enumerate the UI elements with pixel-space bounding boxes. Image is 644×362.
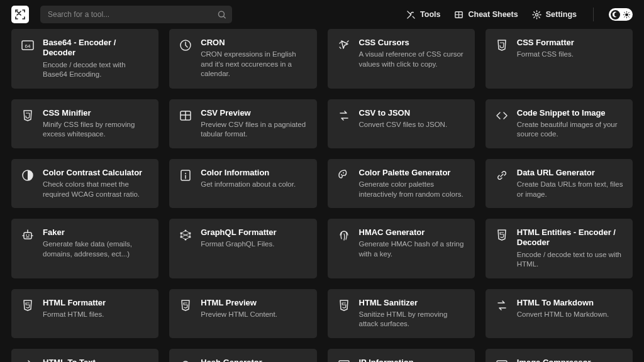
- tool-title: CSV Preview: [201, 108, 308, 118]
- tool-title: CSS Cursors: [359, 38, 466, 48]
- sheets-icon: [454, 10, 464, 19]
- tool-description: Format CSS files.: [517, 50, 624, 60]
- tool-description: Preview CSV files in a pagniated tabular…: [201, 120, 308, 140]
- link-icon: [494, 168, 509, 199]
- nav-tools-label: Tools: [420, 10, 440, 19]
- nav-settings-label: Settings: [546, 10, 577, 19]
- tool-description: Generate fake data (emails, domains, add…: [43, 239, 150, 259]
- image-icon: [494, 358, 509, 362]
- header: Tools Cheat Sheets Settings: [0, 0, 644, 29]
- tool-description: Get information about a color.: [201, 180, 308, 190]
- tool-card[interactable]: CSS MinifierMinify CSS files by removing…: [11, 99, 158, 148]
- tool-title: CSS Formatter: [517, 38, 624, 48]
- b64-icon: [20, 38, 35, 80]
- nav-tools[interactable]: Tools: [405, 8, 441, 22]
- tool-title: CSS Minifier: [43, 108, 150, 118]
- tool-description: A visual reference of CSS cursor values …: [359, 50, 466, 69]
- tool-card[interactable]: Hash GeneratorGenerate MD5/SHA hashes of…: [169, 349, 316, 362]
- tool-description: Generate HMAC hash of a string with a ke…: [359, 239, 466, 259]
- tool-title: Color Information: [201, 168, 308, 178]
- tool-title: HTML Preview: [201, 298, 308, 308]
- tool-card[interactable]: Base64 - Encoder / DecoderEncode / decod…: [11, 29, 158, 89]
- html-icon: [20, 298, 35, 329]
- tool-title: Image Compressor: [517, 358, 624, 362]
- tool-card[interactable]: CSS FormatterFormat CSS files.: [486, 29, 633, 89]
- robot-icon: [20, 228, 35, 270]
- tool-card[interactable]: Code Snippet to ImageCreate beautiful im…: [486, 99, 633, 148]
- info-icon: [178, 168, 193, 199]
- tool-description: Format HTML files.: [43, 310, 150, 320]
- tool-card[interactable]: HTML PreviewPreview HTML Content.: [169, 289, 316, 338]
- nav-cheat-sheets[interactable]: Cheat Sheets: [453, 8, 519, 22]
- html-icon: [178, 298, 193, 329]
- html-icon: [336, 298, 352, 329]
- tool-title: Base64 - Encoder / Decoder: [43, 38, 150, 58]
- tool-card[interactable]: HTML To TextConvert HTML to beautiful te…: [11, 349, 158, 362]
- search-input[interactable]: [40, 6, 232, 23]
- tool-title: HTML Formatter: [43, 298, 150, 308]
- tool-title: HTML To Markdown: [517, 298, 624, 308]
- swap-icon: [336, 108, 352, 140]
- tool-title: Code Snippet to Image: [517, 108, 624, 118]
- graphql-icon: [178, 228, 193, 270]
- tool-card[interactable]: HTML Entities - Encoder / DecoderEncode …: [486, 219, 633, 278]
- tool-card[interactable]: HTML To MarkdownConvert HTML to Markdown…: [486, 289, 633, 338]
- tool-title: Data URL Generator: [517, 168, 624, 178]
- tool-card[interactable]: HTML SanitizerSanitize HTML by removing …: [328, 289, 475, 338]
- css-icon: [20, 108, 35, 140]
- tool-title: HTML Sanitizer: [359, 298, 466, 308]
- tool-description: Convert HTML to Markdown.: [517, 310, 624, 320]
- palette-icon: [336, 168, 352, 199]
- tool-description: Minify CSS files by removing excess whit…: [43, 120, 150, 140]
- search-icon: [218, 11, 226, 19]
- tool-title: HTML Entities - Encoder / Decoder: [517, 228, 624, 248]
- css-icon: [494, 38, 509, 80]
- tool-card[interactable]: Image CompressorCompress images.: [486, 349, 633, 362]
- swap-icon: [20, 358, 35, 362]
- cursor-icon: [336, 38, 352, 80]
- contrast-icon: [20, 168, 35, 199]
- tool-title: Hash Generator: [201, 358, 308, 362]
- tool-card[interactable]: HMAC GeneratorGenerate HMAC hash of a st…: [328, 219, 475, 278]
- tool-description: Check colors that meet the required WCAG…: [43, 180, 150, 199]
- tool-title: IP Information: [359, 358, 466, 362]
- tools-icon: [406, 10, 416, 19]
- tool-title: GraphQL Formatter: [201, 228, 308, 238]
- tool-card[interactable]: CRONCRON expressions in English and it's…: [169, 29, 316, 89]
- moon-icon: [611, 10, 620, 19]
- nav-cheat-sheets-label: Cheat Sheets: [468, 10, 518, 19]
- app-logo[interactable]: [11, 6, 29, 23]
- nav-settings[interactable]: Settings: [531, 8, 578, 22]
- tool-card[interactable]: IP InformationShows your outside IP addr…: [328, 349, 475, 362]
- tool-description: CRON expressions in English and it's nex…: [201, 50, 308, 79]
- tool-title: HTML To Text: [43, 358, 150, 362]
- swap-icon: [494, 298, 509, 329]
- tool-card[interactable]: Color InformationGet information about a…: [169, 159, 316, 208]
- tool-title: CRON: [201, 38, 308, 48]
- tool-card[interactable]: Color Contrast CalculatorCheck colors th…: [11, 159, 158, 208]
- tool-card[interactable]: CSV PreviewPreview CSV files in a pagnia…: [169, 99, 316, 148]
- tool-card[interactable]: CSS CursorsA visual reference of CSS cur…: [328, 29, 475, 89]
- tool-title: HMAC Generator: [359, 228, 466, 238]
- tool-description: Sanitize HTML by removing attack surface…: [359, 310, 466, 329]
- tool-description: Format GraphQL Files.: [201, 239, 308, 250]
- tool-card[interactable]: Data URL GeneratorCreate Data URLs from …: [486, 159, 633, 208]
- theme-toggle[interactable]: [609, 8, 633, 21]
- tool-description: Create beautiful images of your source c…: [517, 120, 624, 140]
- sun-icon: [623, 11, 630, 18]
- code-icon: [494, 108, 509, 140]
- tool-card[interactable]: HTML FormatterFormat HTML files.: [11, 289, 158, 338]
- html-icon: [494, 228, 509, 270]
- tool-title: Faker: [43, 228, 150, 238]
- tool-title: Color Contrast Calculator: [43, 168, 150, 178]
- clock-icon: [178, 38, 193, 80]
- table-icon: [178, 108, 193, 140]
- tool-card[interactable]: Color Palette GeneratorGenerate color pa…: [328, 159, 475, 208]
- tool-card[interactable]: FakerGenerate fake data (emails, domains…: [11, 219, 158, 278]
- tool-card[interactable]: CSV to JSONConvert CSV files to JSON.: [328, 99, 475, 148]
- gear-icon: [532, 10, 541, 19]
- fingerprint-icon: [178, 358, 193, 362]
- tool-title: Color Palette Generator: [359, 168, 466, 178]
- search-wrap: [40, 6, 232, 23]
- tool-card[interactable]: GraphQL FormatterFormat GraphQL Files.: [169, 219, 316, 278]
